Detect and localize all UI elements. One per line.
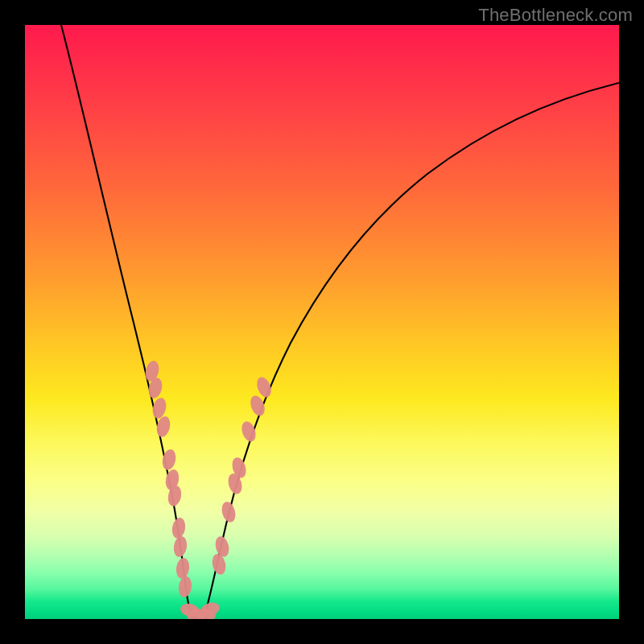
svg-point-10 <box>177 576 192 598</box>
chart-frame: TheBottleneck.com <box>0 0 644 644</box>
marker-group <box>143 359 274 619</box>
svg-point-3 <box>155 415 171 439</box>
watermark-text: TheBottleneck.com <box>478 5 633 26</box>
svg-point-9 <box>175 557 190 580</box>
plot-area <box>25 25 619 619</box>
svg-point-21 <box>248 394 267 418</box>
svg-point-17 <box>220 500 237 523</box>
svg-point-7 <box>171 517 187 539</box>
svg-point-2 <box>151 397 167 420</box>
chart-svg <box>25 25 619 619</box>
curve-right <box>204 83 619 618</box>
svg-point-8 <box>172 535 188 558</box>
